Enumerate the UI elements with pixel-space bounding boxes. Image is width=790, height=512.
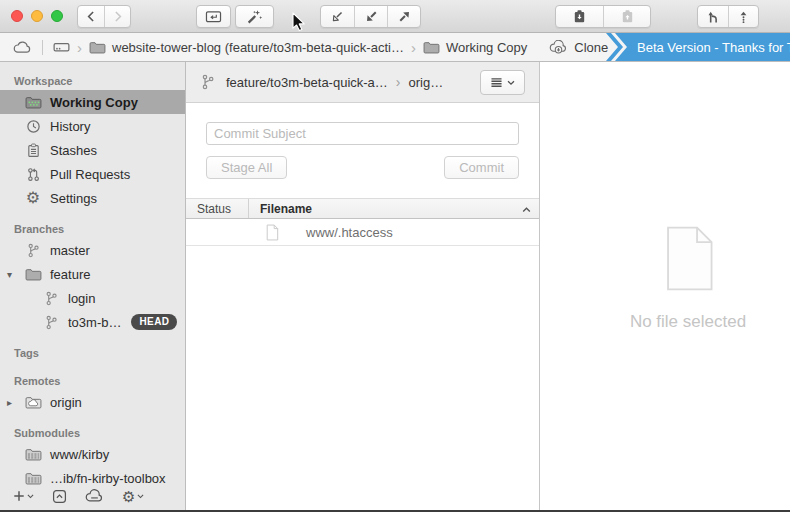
- sidebar-item-remote-origin[interactable]: ▸ origin: [0, 390, 185, 414]
- chevron-down-icon: [507, 80, 515, 86]
- apply-stash-button[interactable]: [603, 6, 650, 27]
- quick-actions-button[interactable]: [236, 6, 273, 27]
- pull-request-icon: [24, 167, 42, 182]
- stash-apply-icon: [620, 9, 635, 24]
- file-table: Status Filename www/.htaccess: [186, 198, 539, 512]
- commit-buttons-row: Stage All Commit: [206, 156, 519, 179]
- section-title-workspace: Workspace: [0, 72, 185, 90]
- document-icon: [265, 224, 279, 241]
- pull-button[interactable]: [354, 6, 387, 27]
- panel-toggle-button[interactable]: [52, 489, 67, 504]
- sidebar: Workspace Working Copy History Stashes P…: [0, 62, 186, 512]
- commit-button[interactable]: Commit: [444, 156, 519, 179]
- sidebar-item-branch-folder-feature[interactable]: ▾ feature: [0, 262, 185, 286]
- disclosure-triangle-expanded-icon[interactable]: ▾: [7, 269, 12, 280]
- drive-icon: [53, 40, 70, 54]
- folder-icon: [89, 41, 106, 54]
- remote-branch-crumb[interactable]: orig…: [409, 75, 444, 90]
- file-table-header: Status Filename: [186, 198, 539, 219]
- sidebar-item-branch-to3m[interactable]: to3m-b… HEAD: [0, 310, 185, 334]
- sidebar-item-submodule-kirby[interactable]: www/kirby: [0, 442, 185, 466]
- sidebar-item-pull-requests[interactable]: Pull Requests: [0, 162, 185, 186]
- settings-gear-icon: ⚙: [24, 190, 42, 206]
- sidebar-item-working-copy[interactable]: Working Copy: [0, 90, 185, 114]
- breadcrumb-chevron: ›: [411, 40, 416, 55]
- panel-collapse-icon: [52, 489, 67, 504]
- column-header-status[interactable]: Status: [186, 202, 248, 216]
- folder-return-icon: [205, 9, 222, 24]
- stashes-clipboard-icon: [24, 143, 42, 158]
- content-area: Workspace Working Copy History Stashes P…: [0, 62, 790, 512]
- sidebar-item-stashes[interactable]: Stashes: [0, 138, 185, 162]
- remote-cloud-folder-icon: [24, 396, 42, 409]
- cloud-services-button[interactable]: [85, 489, 104, 504]
- banner-text: Beta Version - Thanks for Testi: [615, 33, 790, 61]
- save-stash-button[interactable]: [556, 6, 603, 27]
- open-repository-button[interactable]: [197, 6, 230, 27]
- gear-icon: ⚙: [122, 489, 135, 504]
- working-copy-crumb[interactable]: Working Copy: [423, 40, 527, 55]
- section-title-submodules: Submodules: [0, 424, 185, 442]
- section-title-branches: Branches: [0, 220, 185, 238]
- mouse-cursor: [292, 12, 306, 32]
- local-branch-crumb[interactable]: feature/to3m-beta-quick-a…: [226, 75, 388, 90]
- chevron-down-icon: [27, 494, 34, 499]
- forward-button[interactable]: [104, 6, 130, 27]
- clone-crumb[interactable]: Clone: [549, 40, 608, 55]
- working-copy-label: Working Copy: [446, 40, 527, 55]
- magic-wand-icon: [246, 9, 263, 25]
- table-row[interactable]: www/.htaccess: [186, 219, 539, 246]
- breadcrumb-chevron: ›: [396, 74, 401, 90]
- commit-subject-input[interactable]: [206, 122, 519, 145]
- merge-button[interactable]: [698, 6, 728, 27]
- stage-all-button[interactable]: Stage All: [206, 156, 287, 179]
- add-repository-button[interactable]: [13, 490, 34, 502]
- traffic-lights: [11, 10, 63, 22]
- path-bar: › website-tower-blog (feature/to3m-beta-…: [0, 33, 790, 62]
- minimize-window-button[interactable]: [31, 10, 43, 22]
- stash-save-icon: [572, 9, 587, 24]
- computer-crumb[interactable]: [53, 40, 70, 54]
- sidebar-item-branch-master[interactable]: master: [0, 238, 185, 262]
- head-badge: HEAD: [131, 314, 177, 330]
- repository-crumb[interactable]: website-tower-blog (feature/to3m-beta-qu…: [89, 40, 404, 55]
- branch-header: feature/to3m-beta-quick-a… › orig…: [186, 62, 539, 103]
- zoom-window-button[interactable]: [51, 10, 63, 22]
- sync-group: [320, 5, 421, 28]
- cloud-services-crumb[interactable]: [13, 40, 32, 54]
- sidebar-item-branch-login[interactable]: login: [0, 286, 185, 310]
- rebase-arrow-icon: [736, 9, 751, 24]
- plus-icon: [13, 490, 25, 502]
- folder-icon: [423, 41, 440, 54]
- document-placeholder-icon: [659, 220, 717, 297]
- empty-state: No file selected: [630, 220, 746, 332]
- working-copy-folder-icon: [24, 96, 42, 109]
- clone-label: Clone: [574, 40, 608, 55]
- sidebar-item-history[interactable]: History: [0, 114, 185, 138]
- action-menu-button[interactable]: ⚙: [122, 489, 144, 504]
- branch-icon: [24, 243, 42, 258]
- disclosure-triangle-collapsed-icon[interactable]: ▸: [7, 397, 12, 408]
- sidebar-item-settings[interactable]: ⚙ Settings: [0, 186, 185, 210]
- column-header-filename[interactable]: Filename: [249, 202, 312, 216]
- section-title-tags: Tags: [0, 344, 185, 362]
- submodule-folder-icon: [24, 448, 42, 461]
- chevron-down-icon: [137, 494, 144, 499]
- fetch-button[interactable]: [321, 6, 354, 27]
- open-repository-group: [196, 5, 231, 28]
- file-preview-panel: No file selected: [540, 62, 790, 512]
- push-button[interactable]: [387, 6, 420, 27]
- list-view-icon: [490, 77, 503, 88]
- beta-banner[interactable]: Beta Version - Thanks for Testi: [606, 33, 790, 61]
- view-options-button[interactable]: [480, 70, 525, 95]
- clone-cloud-download-icon: [549, 40, 568, 55]
- branch-icon: [42, 291, 60, 306]
- back-button[interactable]: [78, 6, 104, 27]
- merge-arrow-icon: [706, 9, 721, 24]
- repository-name: website-tower-blog (feature/to3m-beta-qu…: [112, 40, 404, 55]
- rebase-button[interactable]: [728, 6, 758, 27]
- push-arrow-icon: [397, 9, 412, 24]
- close-window-button[interactable]: [11, 10, 23, 22]
- sidebar-bottom-toolbar: ⚙: [0, 483, 162, 509]
- chevron-left-icon: [85, 10, 98, 23]
